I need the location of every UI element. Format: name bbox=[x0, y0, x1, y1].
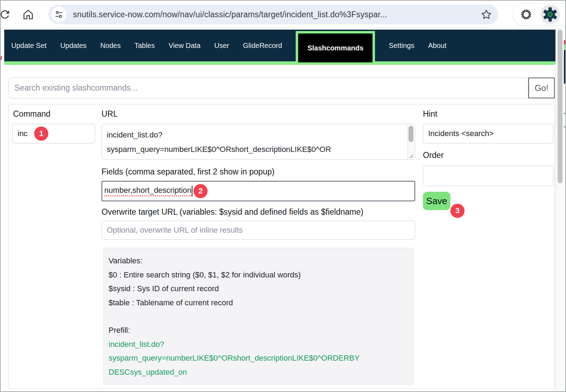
step-badge-1: 1 bbox=[34, 127, 48, 141]
gear-icon bbox=[542, 7, 558, 22]
url-line-2: sysparm_query=numberLIKE$0^ORshort_descr… bbox=[107, 142, 403, 157]
prefill-link[interactable]: incident_list.do? sysparm_query=numberLI… bbox=[109, 337, 408, 379]
tune-icon bbox=[54, 10, 63, 19]
textarea-scrollbar-thumb[interactable] bbox=[408, 126, 413, 142]
edge-sliver bbox=[564, 50, 565, 84]
fields-input[interactable]: number,short_description 2 bbox=[101, 181, 415, 201]
text-caret bbox=[192, 186, 192, 196]
nav-underline bbox=[4, 61, 556, 65]
nav-item-about[interactable]: About bbox=[428, 42, 447, 50]
nav-item-updates[interactable]: Updates bbox=[60, 42, 87, 50]
edge-sliver bbox=[564, 44, 565, 50]
variable-line: $sysid : Sys ID of current record bbox=[109, 282, 408, 296]
browser-window: snutils.service-now.com/now/nav/ui/class… bbox=[0, 0, 566, 392]
search-input[interactable] bbox=[8, 78, 528, 98]
edge-sliver bbox=[564, 40, 565, 44]
edge-sliver bbox=[564, 126, 565, 128]
nav-item-slashcommands-active[interactable]: Slashcommands bbox=[296, 31, 375, 65]
fields-label: Fields (comma separated, first 2 show in… bbox=[101, 167, 275, 177]
page-scrollbar-thumb[interactable] bbox=[558, 30, 562, 183]
url-line-1: incident_list.do? bbox=[107, 128, 403, 142]
command-input[interactable] bbox=[12, 124, 95, 143]
edge-sliver bbox=[1, 56, 2, 60]
address-bar[interactable]: snutils.service-now.com/now/nav/ui/class… bbox=[48, 5, 498, 24]
variables-title: Variables: bbox=[109, 254, 408, 268]
extension-navbar: Update Set Updates Nodes Tables View Dat… bbox=[4, 30, 556, 61]
hint-input[interactable] bbox=[423, 124, 553, 143]
prefill-line: incident_list.do? bbox=[109, 337, 408, 351]
edge-sliver bbox=[564, 113, 565, 114]
order-label: Order bbox=[423, 151, 444, 160]
url-text[interactable]: snutils.service-now.com/now/nav/ui/class… bbox=[73, 10, 476, 19]
home-icon bbox=[22, 8, 35, 21]
nav-item-gliderecord[interactable]: GlideRecord bbox=[243, 42, 282, 50]
slashcommand-form: Command 1 URL incident_list.do? sysparm_… bbox=[8, 104, 555, 388]
page-scrollbar[interactable] bbox=[555, 29, 564, 391]
prefill-label: Prefill: bbox=[109, 323, 408, 337]
overwrite-label: Overwrite target URL (variables: $sysid … bbox=[101, 207, 363, 217]
command-label: Command bbox=[13, 109, 50, 119]
home-button[interactable] bbox=[21, 7, 35, 22]
spacer bbox=[109, 310, 408, 323]
order-input[interactable] bbox=[423, 166, 553, 186]
hint-label: Hint bbox=[423, 109, 437, 119]
nav-item-update-set[interactable]: Update Set bbox=[11, 42, 47, 50]
extensions-pill bbox=[512, 4, 566, 25]
step-badge-2: 2 bbox=[193, 184, 208, 198]
step-badge-3: 3 bbox=[450, 204, 465, 218]
browser-toolbar: snutils.service-now.com/now/nav/ui/class… bbox=[1, 1, 565, 28]
variable-line: $0 : Entire search string ($0, $1, $2 fo… bbox=[109, 268, 408, 282]
go-button[interactable]: Go! bbox=[528, 78, 555, 98]
sn-utils-extension-button[interactable] bbox=[540, 5, 560, 24]
nav-item-user[interactable]: User bbox=[214, 42, 229, 50]
nav-item-tables[interactable]: Tables bbox=[134, 42, 155, 50]
loading-extension-button[interactable] bbox=[518, 7, 534, 22]
fields-value: number,short_description bbox=[104, 186, 191, 196]
url-label: URL bbox=[101, 109, 118, 119]
save-button[interactable]: Save bbox=[423, 192, 450, 210]
active-tab-label: Slashcommands bbox=[298, 33, 373, 62]
bookmark-button[interactable] bbox=[476, 7, 496, 22]
nav-item-settings[interactable]: Settings bbox=[389, 42, 414, 50]
resize-handle-icon[interactable] bbox=[407, 152, 414, 159]
url-textarea[interactable]: incident_list.do? sysparm_query=numberLI… bbox=[101, 124, 415, 160]
overwrite-url-input[interactable] bbox=[101, 221, 415, 240]
prefill-line: sysparm_query=numberLIKE$0^ORshort_descr… bbox=[109, 351, 408, 365]
spinner-icon bbox=[519, 8, 533, 21]
variables-help-box: Variables: $0 : Entire search string ($0… bbox=[103, 248, 413, 385]
site-settings-button[interactable] bbox=[51, 7, 67, 22]
nav-item-nodes[interactable]: Nodes bbox=[100, 42, 121, 50]
variable-line: $table : Tablename of current record bbox=[109, 296, 408, 310]
star-icon bbox=[480, 8, 492, 20]
reload-button[interactable] bbox=[0, 7, 12, 22]
prefill-line: DESCsys_updated_on bbox=[109, 365, 408, 379]
reload-icon bbox=[0, 8, 11, 21]
nav-item-view-data[interactable]: View Data bbox=[168, 42, 201, 50]
